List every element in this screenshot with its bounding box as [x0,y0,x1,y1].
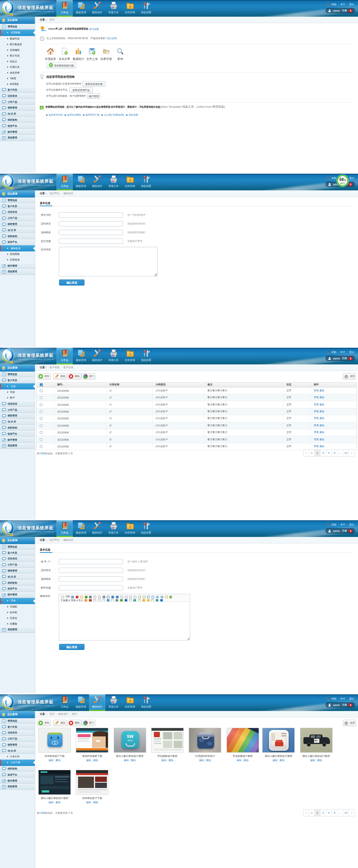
svg-text:Q: Q [41,106,43,110]
